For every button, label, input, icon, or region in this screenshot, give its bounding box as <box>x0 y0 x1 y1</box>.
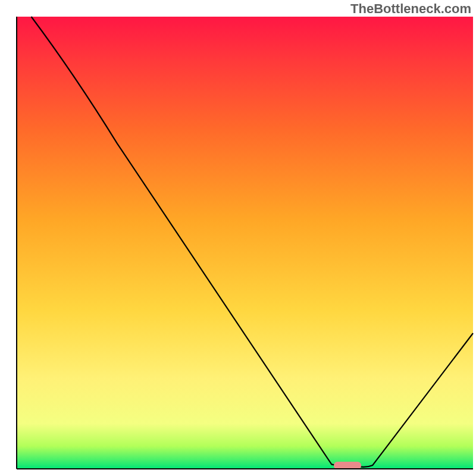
watermark-label: TheBottleneck.com <box>350 1 471 17</box>
chart-container: TheBottleneck.com <box>0 0 476 476</box>
optimal-marker <box>334 462 361 469</box>
bottleneck-chart <box>0 0 476 476</box>
plot-background <box>17 17 473 469</box>
